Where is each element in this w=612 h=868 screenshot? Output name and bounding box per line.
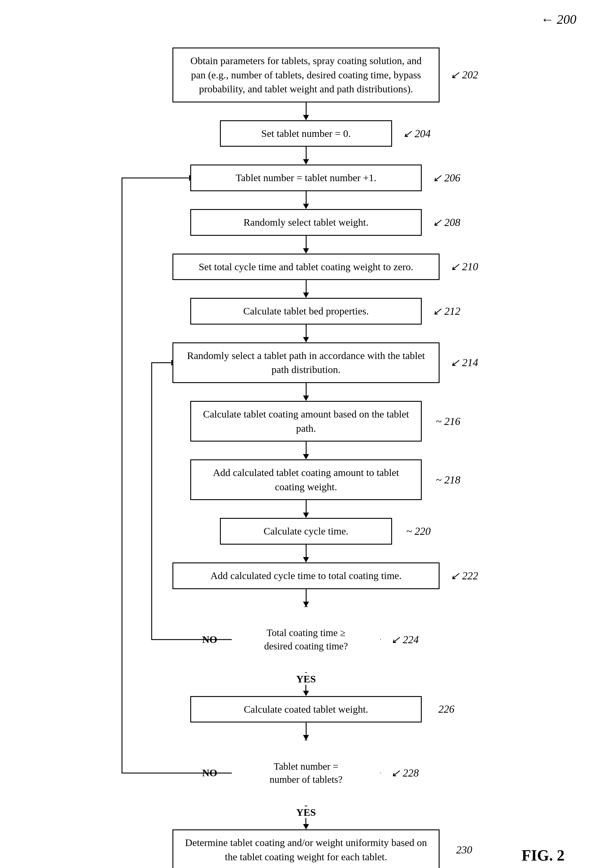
arrow-202-204 — [303, 102, 309, 120]
arrow-224-226 — [303, 685, 309, 696]
step-206-text: Tablet number = tablet number +1. — [236, 172, 376, 183]
step-214-box: Randomly select a tablet path in accorda… — [172, 343, 440, 383]
step-212-box: Calculate tablet bed properties. — [190, 298, 422, 325]
step-202-text: Obtain parameters for tablets, spray coa… — [190, 55, 422, 95]
step-202-box: Obtain parameters for tablets, spray coa… — [172, 48, 440, 102]
step-204-text: Set tablet number = 0. — [261, 128, 351, 139]
step-220-text: Calculate cycle time. — [264, 525, 348, 536]
step-202-ref: ↙ 202 — [451, 68, 478, 81]
step-210-box: Set total cycle time and tablet coating … — [172, 254, 440, 281]
step-210-ref: ↙ 210 — [451, 260, 478, 273]
step-210-text: Set total cycle time and tablet coating … — [199, 261, 413, 272]
arrow-218-220 — [303, 500, 309, 518]
arrow-208-210 — [303, 236, 309, 254]
step-206-box: Tablet number = tablet number +1. — [190, 164, 422, 191]
arrow-222-224 — [303, 589, 309, 607]
step-220-box: Calculate cycle time. — [220, 518, 392, 545]
step-214-text: Randomly select a tablet path in accorda… — [187, 350, 425, 375]
step-216-ref: ~ 216 — [436, 415, 461, 428]
step-224-yes-label: YES — [296, 674, 316, 685]
step-222-text: Add calculated cycle time to total coati… — [210, 570, 402, 581]
step-220-ref: ~ 220 — [406, 525, 431, 538]
step-204-box: Set tablet number = 0. — [220, 120, 392, 147]
step-226-text: Calculate coated tablet weight. — [244, 704, 368, 715]
step-214-ref: ↙ 214 — [451, 356, 478, 369]
step-218-text: Add calculated tablet coating amount to … — [213, 467, 399, 492]
step-228-no-label: NO — [202, 767, 217, 779]
step-206-ref: ↙ 206 — [433, 172, 461, 184]
step-228-diamond: Tablet number = number of tablets? — [232, 740, 380, 806]
step-212-text: Calculate tablet bed properties. — [243, 305, 369, 316]
step-226-box: Calculate coated tablet weight. — [190, 696, 422, 723]
step-228-text: Tablet number = number of tablets? — [258, 760, 354, 786]
step-208-box: Randomly select tablet weight. — [190, 209, 422, 236]
step-208-ref: ↙ 208 — [433, 216, 461, 229]
arrow-226-228 — [303, 722, 309, 740]
step-224-ref: ↙ 224 — [391, 633, 419, 646]
arrow-206-208 — [303, 191, 309, 209]
arrow-214-216 — [303, 383, 309, 401]
step-218-box: Add calculated tablet coating amount to … — [190, 459, 422, 500]
step-230-box: Determine tablet coating and/or weight u… — [172, 829, 440, 868]
arrow-204-206 — [303, 147, 309, 164]
step-224-no-label: NO — [202, 634, 217, 645]
step-218-ref: ~ 218 — [436, 474, 461, 486]
arrow-210-212 — [303, 280, 309, 298]
step-228-ref: ↙ 228 — [391, 767, 419, 779]
arrow-228-230 — [303, 818, 309, 829]
step-222-box: Add calculated cycle time to total coati… — [172, 563, 440, 589]
step-228-yes-label: YES — [296, 807, 316, 818]
step-222-ref: ↙ 222 — [451, 570, 478, 582]
step-224-text: Total coating time ≥ desired coating tim… — [258, 626, 354, 653]
arrow-216-218 — [303, 442, 309, 459]
step-208-text: Randomly select tablet weight. — [243, 217, 368, 228]
step-216-box: Calculate tablet coating amount based on… — [190, 401, 422, 442]
step-212-ref: ↙ 212 — [433, 305, 461, 318]
step-230-ref: 230 — [456, 844, 472, 856]
step-230-text: Determine tablet coating and/or weight u… — [185, 837, 427, 862]
step-216-text: Calculate tablet coating amount based on… — [203, 409, 409, 434]
step-204-ref: ↙ 204 — [403, 127, 431, 140]
diagram-reference: ← 200 — [541, 12, 576, 27]
step-226-ref: 226 — [438, 703, 454, 715]
figure-label: FIG. 2 — [522, 846, 564, 864]
arrow-220-222 — [303, 545, 309, 563]
step-224-diamond: Total coating time ≥ desired coating tim… — [232, 607, 380, 672]
arrow-212-214 — [303, 325, 309, 343]
